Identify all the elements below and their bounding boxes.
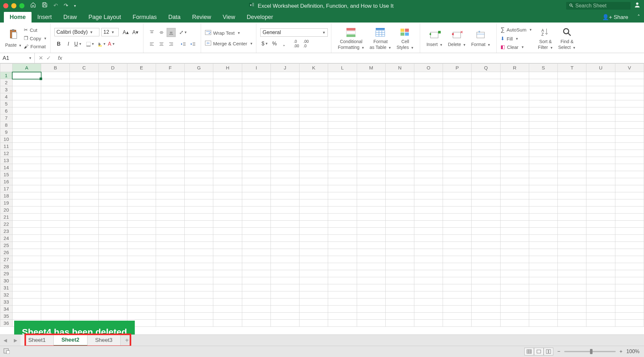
cell[interactable] [213, 136, 242, 143]
cell[interactable] [586, 242, 615, 249]
zoom-level[interactable]: 100% [626, 349, 639, 354]
cell[interactable] [12, 313, 41, 320]
row-header[interactable]: 22 [0, 221, 13, 228]
cell[interactable] [271, 199, 299, 206]
cell[interactable] [12, 306, 41, 313]
cell[interactable] [242, 72, 271, 79]
cell[interactable] [472, 93, 500, 100]
cell[interactable] [156, 93, 184, 100]
save-icon[interactable] [42, 2, 48, 9]
cell[interactable] [328, 270, 357, 277]
cell[interactable] [328, 72, 357, 79]
cell[interactable] [185, 284, 213, 291]
cell[interactable] [586, 206, 615, 214]
cell[interactable] [586, 249, 615, 256]
cell[interactable] [328, 107, 357, 114]
cell[interactable] [586, 185, 615, 192]
percent-button[interactable]: % [270, 39, 279, 48]
tab-page-layout[interactable]: Page Layout [83, 12, 127, 23]
collapse-ribbon-icon[interactable]: ˄ [633, 12, 644, 23]
cell[interactable] [357, 270, 385, 277]
cell[interactable] [500, 221, 529, 228]
fx-label[interactable]: fx [55, 55, 65, 61]
cell[interactable] [472, 277, 500, 284]
cell[interactable] [385, 143, 414, 150]
cell[interactable] [127, 79, 156, 86]
cell[interactable] [299, 157, 328, 164]
cell[interactable] [500, 270, 529, 277]
column-header[interactable]: V [615, 64, 644, 72]
insert-cells-button[interactable]: Insert ▼ [424, 29, 446, 48]
cell[interactable] [385, 150, 414, 157]
cell[interactable] [357, 298, 385, 306]
cell[interactable] [242, 164, 271, 171]
cell[interactable] [98, 72, 127, 79]
cell[interactable] [472, 228, 500, 235]
cell[interactable] [357, 221, 385, 228]
cell[interactable] [472, 221, 500, 228]
cell[interactable] [558, 86, 586, 93]
page-layout-view-button[interactable] [534, 348, 544, 355]
cell[interactable] [70, 114, 98, 122]
cell[interactable] [213, 284, 242, 291]
cell[interactable] [558, 270, 586, 277]
cell[interactable] [12, 122, 41, 129]
share-button[interactable]: 👤+ Share [597, 12, 633, 23]
cell[interactable] [70, 93, 98, 100]
zoom-in-button[interactable]: + [620, 349, 622, 354]
cell[interactable] [185, 178, 213, 185]
cell[interactable] [586, 143, 615, 150]
align-left-button[interactable] [147, 40, 156, 49]
close-window-icon[interactable] [3, 3, 8, 8]
cell[interactable] [615, 86, 644, 93]
cell[interactable] [558, 284, 586, 291]
cell[interactable] [500, 114, 529, 122]
cell[interactable] [443, 129, 472, 136]
tab-data[interactable]: Data [162, 12, 186, 23]
cell[interactable] [213, 171, 242, 178]
cell[interactable] [558, 107, 586, 114]
sheet-tab-3[interactable]: Sheet3 [87, 335, 121, 345]
cell[interactable] [472, 291, 500, 298]
decrease-indent-button[interactable] [179, 40, 188, 49]
cell[interactable] [443, 107, 472, 114]
cell[interactable] [414, 79, 443, 86]
row-header[interactable]: 31 [0, 284, 13, 291]
row-header[interactable]: 20 [0, 206, 13, 214]
cell[interactable] [98, 249, 127, 256]
cell[interactable] [472, 306, 500, 313]
cell[interactable] [299, 171, 328, 178]
cell[interactable] [357, 291, 385, 298]
cell[interactable] [213, 235, 242, 242]
row-header[interactable]: 4 [0, 93, 13, 100]
cell[interactable] [299, 129, 328, 136]
cell[interactable] [185, 277, 213, 284]
cell[interactable] [271, 143, 299, 150]
cell[interactable] [98, 136, 127, 143]
column-header[interactable]: K [299, 64, 328, 72]
cell[interactable] [185, 313, 213, 320]
cell[interactable] [70, 221, 98, 228]
cell[interactable] [98, 178, 127, 185]
cut-button[interactable]: ✂Cut [24, 26, 47, 33]
cell[interactable] [500, 249, 529, 256]
cell[interactable] [472, 122, 500, 129]
cell[interactable] [41, 164, 70, 171]
cell[interactable] [529, 122, 557, 129]
cell[interactable] [558, 256, 586, 263]
cell[interactable] [529, 242, 557, 249]
row-header[interactable]: 15 [0, 171, 13, 178]
cell[interactable] [615, 277, 644, 284]
cell[interactable] [443, 157, 472, 164]
cell[interactable] [443, 298, 472, 306]
cell[interactable] [558, 228, 586, 235]
column-header[interactable]: I [242, 64, 271, 72]
cell[interactable] [271, 192, 299, 199]
cell[interactable] [12, 72, 41, 79]
cell[interactable] [127, 306, 156, 313]
cell[interactable] [529, 178, 557, 185]
cell[interactable] [615, 107, 644, 114]
cell[interactable] [271, 171, 299, 178]
cell[interactable] [299, 122, 328, 129]
cell[interactable] [242, 291, 271, 298]
